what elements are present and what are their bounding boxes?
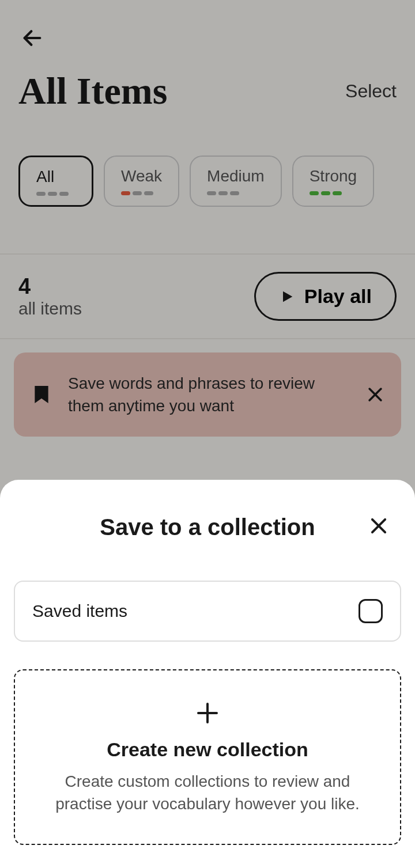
bottom-sheet: Save to a collection Saved items Create …: [0, 480, 415, 868]
close-icon: [368, 515, 390, 537]
create-description: Create custom collections to review and …: [38, 770, 377, 815]
sheet-close-button[interactable]: [368, 515, 390, 539]
collection-label: Saved items: [32, 601, 127, 621]
create-collection-card[interactable]: Create new collection Create custom coll…: [14, 669, 401, 845]
collection-checkbox[interactable]: [359, 599, 383, 623]
collection-row-saved-items[interactable]: Saved items: [14, 581, 401, 642]
sheet-title: Save to a collection: [100, 514, 315, 540]
plus-icon: [194, 699, 221, 727]
sheet-header: Save to a collection: [14, 514, 401, 540]
create-title: Create new collection: [38, 738, 377, 761]
